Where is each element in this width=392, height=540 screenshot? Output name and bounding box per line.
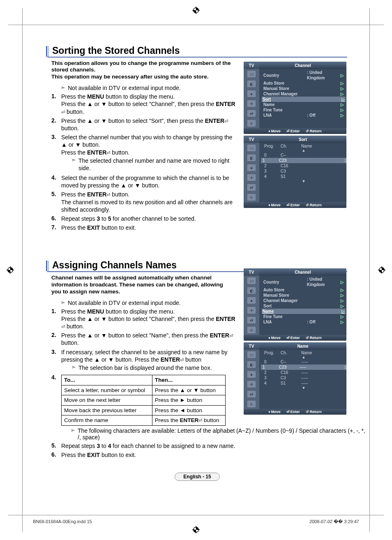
- txt: Select the channel number that you wish …: [61, 134, 232, 148]
- step-body: Press the ENTER⏎ button. The channel is …: [61, 191, 236, 213]
- txt: for another channel to be sorted.: [111, 215, 196, 222]
- step-num: 4.: [51, 374, 61, 381]
- chevron-right-icon: ▷: [340, 113, 344, 118]
- channel-icon: ●: [247, 90, 256, 97]
- osd-sidebar-icons: ▭ ◐ ● ✶ ⇄ ≡: [244, 276, 259, 335]
- step-body: Repeat steps 3 to 4 for each channel to …: [61, 442, 236, 450]
- cell: [300, 158, 345, 163]
- txt: button to display the menu.: [104, 93, 175, 100]
- osd-footer-label: Move: [271, 336, 281, 340]
- txt: The following characters are available: …: [78, 427, 366, 441]
- osd-item: Fine Tune: [263, 107, 340, 113]
- chevron-right-icon: ▷: [340, 86, 344, 91]
- txt: Press the: [61, 191, 87, 198]
- chevron-right-icon: ▷: [340, 279, 344, 285]
- return-icon: ↺: [306, 129, 309, 133]
- step-body: To...Then... Select a letter, number or …: [61, 374, 236, 426]
- chevron-right-icon: ▷: [340, 81, 344, 86]
- osd-channel-menu-name: TV Channel ▭ ◐ ● ✶ ⇄ ≡ Country: United K…: [244, 268, 346, 341]
- setup-icon: ✶: [247, 100, 256, 107]
- step-body: Press the MENU button to display the men…: [61, 308, 236, 330]
- osd-item: LNA: [263, 319, 307, 325]
- txt: button to exit.: [100, 452, 136, 458]
- step-num: 7.: [51, 224, 61, 231]
- osd-item: Channel Manager: [263, 298, 340, 303]
- osd-footer-label: Enter: [291, 336, 300, 340]
- note-arrow-icon: ➣: [71, 364, 78, 370]
- osd-footer-label: Return: [310, 336, 322, 340]
- cell: -----: [301, 370, 343, 375]
- osd-footer-label: Move: [271, 129, 281, 133]
- picture-icon: ▭: [247, 145, 256, 151]
- osd-val: : Off: [307, 319, 340, 325]
- txt: Press the ▲ or ▼ button to select "Chann…: [61, 316, 216, 322]
- osd-footer-label: Move: [271, 410, 281, 414]
- cell: [301, 163, 343, 168]
- input-icon: ⇄: [247, 110, 256, 117]
- cell: 0: [264, 359, 281, 365]
- footer-left: BN68-01684A-00Eng.indd 15: [33, 519, 92, 524]
- osd-item: Auto Store: [263, 287, 340, 293]
- step-num: 1.: [51, 93, 61, 99]
- cell: [301, 152, 343, 158]
- cell: C23: [279, 158, 300, 163]
- td: Move back the previous letter: [62, 405, 152, 415]
- txt: EXIT: [87, 452, 100, 458]
- txt: button to exit.: [100, 224, 136, 231]
- td: Press the ► button: [152, 395, 225, 406]
- step-body: If necessary, select the channel to be a…: [61, 348, 236, 373]
- txt: Press the: [61, 149, 87, 156]
- section1-steps: ➣ Not available in DTV or external input…: [51, 85, 236, 231]
- step-body: Press the EXIT button to exit.: [61, 224, 236, 231]
- input-icon: ⇄: [247, 317, 256, 323]
- note-arrow-icon: ➣: [71, 157, 78, 163]
- enter-icon: ⏎: [286, 129, 290, 133]
- section-title-sorting: Sorting the Stored Channels: [47, 45, 347, 58]
- step-num: 2.: [51, 332, 61, 338]
- step-num: 3.: [51, 348, 61, 355]
- channel-icon: ●: [247, 164, 256, 171]
- osd-sidebar-icons: ▭ ◐ ● ✶ ⇄ ≡: [244, 69, 259, 128]
- osd-channel-menu-sort: TV Channel ▭ ◐ ● ✶ ⇄ ≡ Country: United K…: [244, 62, 346, 134]
- action-table: To...Then... Select a letter, number or …: [61, 375, 226, 426]
- osd-title: Sort: [259, 136, 346, 143]
- input-icon: ⇄: [247, 391, 256, 397]
- section2-intro: Channel names will be assigned automatic…: [51, 275, 234, 295]
- step-body: Select the channel number that you wish …: [61, 134, 236, 173]
- chevron-up-icon: ▲: [263, 355, 345, 359]
- footer-right: 2008-07-02 �� 3:29:47: [309, 519, 359, 524]
- updown-icon: ♦: [268, 203, 270, 207]
- txt: Repeat steps: [61, 215, 97, 222]
- return-icon: ↺: [306, 203, 309, 207]
- section2-steps: ➣ Not available in DTV or external input…: [51, 300, 236, 459]
- enter-icon: ⏎: [61, 324, 65, 330]
- cell: C16: [281, 370, 301, 375]
- cell: C3: [281, 168, 301, 174]
- chevron-right-icon: ▷: [340, 91, 344, 97]
- note-arrow-icon: ➣: [60, 85, 68, 91]
- chevron-right-icon: ▷: [340, 287, 344, 293]
- enter-icon: ⏎: [198, 418, 202, 423]
- chevron-down-icon: ▼: [263, 386, 345, 390]
- osd-item: Name: [263, 309, 341, 314]
- picture-icon: ▭: [247, 71, 256, 77]
- chevron-right-icon: ▷: [340, 102, 344, 107]
- txt: Press the: [61, 93, 87, 100]
- step-body: Repeat steps 3 to 5 for another channel …: [61, 215, 236, 222]
- dtv-icon: ≡: [247, 327, 256, 333]
- txt: for each channel to be assigned to a new…: [111, 443, 235, 449]
- txt: EXIT: [87, 224, 100, 231]
- col-ch: Ch.: [281, 351, 301, 355]
- cell: C--: [281, 359, 301, 365]
- osd-footer-label: Enter: [291, 203, 300, 207]
- osd-sort-list: TV Sort ▭ ◐ ● ✶ ⇄ ≡ Prog.: [244, 136, 346, 208]
- cell: [301, 168, 343, 174]
- cell: C3: [281, 375, 301, 381]
- txt: button.: [61, 125, 79, 132]
- setup-icon: ✶: [247, 174, 256, 181]
- setup-icon: ✶: [247, 307, 256, 314]
- th: To...: [62, 375, 152, 385]
- txt: ENTER: [216, 101, 235, 107]
- cell: 3: [264, 375, 281, 381]
- step-num: 3.: [51, 134, 61, 140]
